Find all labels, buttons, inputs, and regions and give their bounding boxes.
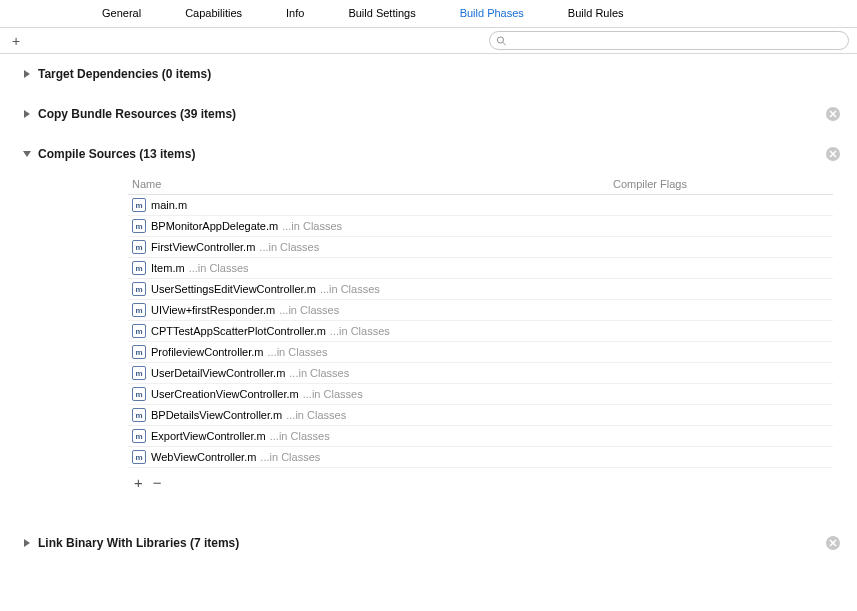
tab-info[interactable]: Info xyxy=(264,4,326,22)
file-name: BPMonitorAppDelegate.m xyxy=(151,220,278,232)
file-path: ...in Classes xyxy=(189,262,249,274)
svg-line-1 xyxy=(503,42,506,45)
file-list: mmain.mmBPMonitorAppDelegate.m...in Clas… xyxy=(128,195,833,468)
column-name[interactable]: Name xyxy=(132,178,613,190)
table-row[interactable]: mProfileviewController.m...in Classes xyxy=(128,342,833,363)
m-file-icon: m xyxy=(132,345,146,359)
phase-header[interactable]: Link Binary With Libraries (7 items) xyxy=(0,523,857,563)
search-wrap xyxy=(489,31,849,50)
m-file-icon: m xyxy=(132,324,146,338)
file-path: ...in Classes xyxy=(286,409,346,421)
table-row[interactable]: mWebViewController.m...in Classes xyxy=(128,447,833,468)
file-name: UIView+firstResponder.m xyxy=(151,304,275,316)
m-file-icon: m xyxy=(132,261,146,275)
row-actions: + − xyxy=(128,468,833,493)
phase-title: Compile Sources (13 items) xyxy=(38,147,195,161)
file-path: ...in Classes xyxy=(270,430,330,442)
phase-title: Copy Bundle Resources (39 items) xyxy=(38,107,236,121)
svg-marker-7 xyxy=(23,151,31,157)
file-name: ExportViewController.m xyxy=(151,430,266,442)
file-path: ...in Classes xyxy=(260,451,320,463)
m-file-icon: m xyxy=(132,303,146,317)
file-path: ...in Classes xyxy=(320,283,380,295)
remove-phase-icon[interactable] xyxy=(825,106,841,122)
phases-container: Target Dependencies (0 items) Copy Bundl… xyxy=(0,54,857,563)
m-file-icon: m xyxy=(132,282,146,296)
table-row[interactable]: mBPMonitorAppDelegate.m...in Classes xyxy=(128,216,833,237)
svg-marker-3 xyxy=(24,110,30,118)
phase-link-binary: Link Binary With Libraries (7 items) xyxy=(0,523,857,563)
file-name: UserDetailViewController.m xyxy=(151,367,285,379)
file-path: ...in Classes xyxy=(289,367,349,379)
file-name: CPTTestAppScatterPlotController.m xyxy=(151,325,326,337)
table-row[interactable]: mCPTTestAppScatterPlotController.m...in … xyxy=(128,321,833,342)
m-file-icon: m xyxy=(132,198,146,212)
tab-capabilities[interactable]: Capabilities xyxy=(163,4,264,22)
file-name: FirstViewController.m xyxy=(151,241,255,253)
remove-phase-icon[interactable] xyxy=(825,146,841,162)
file-path: ...in Classes xyxy=(267,346,327,358)
phase-target-dependencies: Target Dependencies (0 items) xyxy=(0,54,857,94)
file-name: UserCreationViewController.m xyxy=(151,388,299,400)
table-row[interactable]: mmain.m xyxy=(128,195,833,216)
m-file-icon: m xyxy=(132,387,146,401)
disclosure-right-icon xyxy=(22,538,32,548)
file-path: ...in Classes xyxy=(282,220,342,232)
phase-header[interactable]: Compile Sources (13 items) xyxy=(0,134,857,174)
table-row[interactable]: mUserCreationViewController.m...in Class… xyxy=(128,384,833,405)
table-row[interactable]: mUserSettingsEditViewController.m...in C… xyxy=(128,279,833,300)
disclosure-right-icon xyxy=(22,109,32,119)
table-row[interactable]: mFirstViewController.m...in Classes xyxy=(128,237,833,258)
svg-marker-11 xyxy=(24,539,30,547)
add-file-button[interactable]: + xyxy=(134,474,143,491)
phase-header[interactable]: Copy Bundle Resources (39 items) xyxy=(0,94,857,134)
m-file-icon: m xyxy=(132,450,146,464)
m-file-icon: m xyxy=(132,219,146,233)
phase-copy-bundle-resources: Copy Bundle Resources (39 items) xyxy=(0,94,857,134)
file-name: Item.m xyxy=(151,262,185,274)
table-row[interactable]: mUIView+firstResponder.m...in Classes xyxy=(128,300,833,321)
tab-build-rules[interactable]: Build Rules xyxy=(546,4,646,22)
tab-build-settings[interactable]: Build Settings xyxy=(326,4,437,22)
m-file-icon: m xyxy=(132,240,146,254)
toolbar: + xyxy=(0,28,857,54)
search-input[interactable] xyxy=(489,31,849,50)
disclosure-down-icon xyxy=(22,149,32,159)
add-phase-button[interactable]: + xyxy=(8,33,24,49)
phase-body: Name Compiler Flags mmain.mmBPMonitorApp… xyxy=(0,174,857,493)
tab-bar: General Capabilities Info Build Settings… xyxy=(0,0,857,28)
search-icon xyxy=(496,35,507,46)
phase-header[interactable]: Target Dependencies (0 items) xyxy=(0,54,857,94)
phase-title: Target Dependencies (0 items) xyxy=(38,67,211,81)
file-path: ...in Classes xyxy=(303,388,363,400)
disclosure-right-icon xyxy=(22,69,32,79)
file-name: main.m xyxy=(151,199,187,211)
column-compiler-flags[interactable]: Compiler Flags xyxy=(613,178,833,190)
file-name: UserSettingsEditViewController.m xyxy=(151,283,316,295)
table-row[interactable]: mItem.m...in Classes xyxy=(128,258,833,279)
m-file-icon: m xyxy=(132,408,146,422)
m-file-icon: m xyxy=(132,429,146,443)
spacer xyxy=(0,493,857,523)
file-path: ...in Classes xyxy=(330,325,390,337)
file-name: BPDetailsViewController.m xyxy=(151,409,282,421)
file-path: ...in Classes xyxy=(279,304,339,316)
file-path: ...in Classes xyxy=(259,241,319,253)
svg-point-0 xyxy=(497,36,503,42)
table-row[interactable]: mExportViewController.m...in Classes xyxy=(128,426,833,447)
tab-build-phases[interactable]: Build Phases xyxy=(438,4,546,22)
table-row[interactable]: mUserDetailViewController.m...in Classes xyxy=(128,363,833,384)
phase-title: Link Binary With Libraries (7 items) xyxy=(38,536,239,550)
svg-marker-2 xyxy=(24,70,30,78)
m-file-icon: m xyxy=(132,366,146,380)
table-row[interactable]: mBPDetailsViewController.m...in Classes xyxy=(128,405,833,426)
tab-general[interactable]: General xyxy=(80,4,163,22)
table-header: Name Compiler Flags xyxy=(128,174,833,195)
remove-phase-icon[interactable] xyxy=(825,535,841,551)
phase-compile-sources: Compile Sources (13 items) Name Compiler… xyxy=(0,134,857,493)
file-name: ProfileviewController.m xyxy=(151,346,263,358)
remove-file-button[interactable]: − xyxy=(153,474,162,491)
file-name: WebViewController.m xyxy=(151,451,256,463)
